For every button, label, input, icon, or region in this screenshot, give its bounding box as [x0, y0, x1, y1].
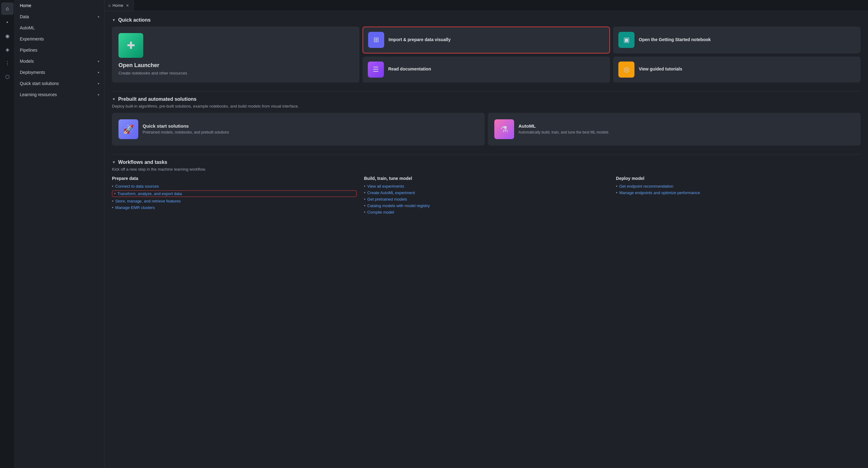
link-transform-data[interactable]: Transform, analyze, and export data [112, 191, 356, 197]
sidebar-item-experiments[interactable]: Experiments [15, 33, 104, 44]
sidebar-item-learning[interactable]: Learning resources ▾ [15, 89, 104, 100]
main-panel: ⌂ Home ✕ ▼ Quick actions ✚ Open Launcher… [104, 0, 868, 468]
data-nav-icon[interactable]: ▪ [1, 16, 13, 28]
prepare-data-title: Prepare data [112, 176, 356, 181]
close-tab-button[interactable]: ✕ [125, 3, 130, 8]
automl-title: AutoML [519, 123, 609, 129]
sidebar-item-quick-start[interactable]: Quick start solutions ▾ [15, 78, 104, 89]
import-data-card[interactable]: ⊞ Import & prepare data visually [363, 27, 610, 54]
launcher-subtitle: Create notebooks and other resources [119, 70, 187, 76]
workflows-header: ▼ Workflows and tasks [112, 160, 861, 165]
sidebar-item-automl[interactable]: AutoML [15, 22, 104, 33]
puzzle-nav-icon[interactable]: ⬡ [1, 70, 13, 83]
left-nav: Home Data ▾ AutoML Experiments Pipelines… [15, 0, 104, 468]
deploy-model-col: Deploy model Get endpoint recommendation… [616, 176, 861, 216]
deploy-model-title: Deploy model [616, 176, 861, 181]
sidebar-item-data[interactable]: Data ▾ [15, 11, 104, 22]
link-compile[interactable]: Compile model [364, 210, 609, 214]
quick-start-solution-card[interactable]: 🚀 Quick start solutions Pretrained model… [112, 113, 485, 145]
chevron-down-icon: ▾ [98, 82, 99, 85]
link-manage-endpoints[interactable]: Manage endpoints and optimize performanc… [616, 191, 861, 195]
link-create-automl[interactable]: Create AutoML experiment [364, 191, 609, 195]
quick-actions-section: ▼ Quick actions ✚ Open Launcher Create n… [112, 17, 861, 82]
build-train-col: Build, train, tune model View all experi… [364, 176, 609, 216]
link-endpoint-recommendation[interactable]: Get endpoint recommendation [616, 184, 861, 189]
sidebar-item-pipelines[interactable]: Pipelines [15, 44, 104, 56]
workflows-subtitle: Kick off a new step in the machine learn… [112, 167, 861, 172]
import-icon: ⊞ [368, 32, 384, 48]
sidebar-item-deployments[interactable]: Deployments ▾ [15, 67, 104, 78]
collapse-workflows-icon[interactable]: ▼ [112, 160, 116, 164]
prebuilt-subtitle: Deploy built-in algorithms, pre-built so… [112, 104, 861, 108]
automl-solution-card[interactable]: ⚗ AutoML Automatically build, train, and… [488, 113, 861, 145]
sidebar-item-home[interactable]: Home [15, 0, 104, 11]
chevron-down-icon: ▾ [98, 71, 99, 74]
prepare-data-col: Prepare data Connect to data sources Tra… [112, 176, 356, 216]
build-train-list: View all experiments Create AutoML exper… [364, 184, 609, 214]
chevron-down-icon: ▾ [98, 15, 99, 19]
solutions-grid: 🚀 Quick start solutions Pretrained model… [112, 113, 861, 145]
import-title: Import & prepare data visually [389, 37, 451, 42]
collapse-icon[interactable]: ▼ [112, 18, 116, 22]
link-view-experiments[interactable]: View all experiments [364, 184, 609, 189]
workflows-section: ▼ Workflows and tasks Kick off a new ste… [112, 160, 861, 216]
getting-started-card[interactable]: ▣ Open the Getting Started notebook [613, 27, 861, 54]
home-nav-icon[interactable]: ⌂ [1, 2, 13, 15]
workflows-grid: Prepare data Connect to data sources Tra… [112, 176, 861, 216]
docs-icon: ☰ [368, 62, 384, 77]
quick-actions-header: ▼ Quick actions [112, 17, 861, 23]
getting-started-title: Open the Getting Started notebook [639, 37, 711, 42]
open-launcher-card[interactable]: ✚ Open Launcher Create notebooks and oth… [112, 27, 360, 82]
build-train-title: Build, train, tune model [364, 176, 609, 181]
collapse-prebuilt-icon[interactable]: ▼ [112, 97, 116, 101]
divider-1 [112, 91, 861, 92]
launcher-title: Open Launcher [119, 62, 187, 69]
prebuilt-header: ▼ Prebuilt and automated solutions [112, 96, 861, 102]
tutorials-title: View guided tutorials [639, 66, 682, 71]
deploy-model-list: Get endpoint recommendation Manage endpo… [616, 184, 861, 195]
quick-start-title: Quick start solutions [143, 123, 229, 129]
prepare-data-list: Connect to data sources Transform, analy… [112, 184, 356, 210]
notebook-icon: ▣ [618, 32, 634, 48]
tutorials-card[interactable]: ◎ View guided tutorials [613, 57, 861, 83]
home-tab[interactable]: ⌂ Home ✕ [104, 0, 134, 11]
quick-start-desc: Pretrained models, notebooks, and prebui… [143, 130, 229, 135]
quick-actions-grid: ✚ Open Launcher Create notebooks and oth… [112, 27, 861, 82]
docs-title: Read documentation [388, 66, 431, 71]
content-area: ▼ Quick actions ✚ Open Launcher Create n… [104, 11, 868, 468]
icon-strip: ⌂ ▪ ◉ ◈ ⋮ ⬡ [0, 0, 15, 468]
chevron-down-icon: ▾ [98, 93, 99, 96]
automl-desc: Automatically build, train, and tune the… [519, 130, 609, 135]
link-pretrained[interactable]: Get pretrained models [364, 197, 609, 202]
link-store-features[interactable]: Store, manage, and retrieve features [112, 199, 356, 203]
code-nav-icon[interactable]: ◈ [1, 43, 13, 56]
automl-icon: ⚗ [494, 119, 514, 139]
link-model-registry[interactable]: Catalog models with model registry [364, 203, 609, 208]
home-tab-icon: ⌂ [108, 3, 111, 8]
quick-start-icon: 🚀 [119, 119, 138, 139]
tab-bar: ⌂ Home ✕ [104, 0, 868, 11]
pipelines-nav-icon[interactable]: ⋮ [1, 57, 13, 69]
sidebar-item-models[interactable]: Models ▾ [15, 56, 104, 67]
tutorials-icon: ◎ [618, 62, 634, 77]
chevron-down-icon: ▾ [98, 60, 99, 63]
launcher-icon: ✚ [119, 33, 143, 58]
read-docs-card[interactable]: ☰ Read documentation [363, 57, 610, 83]
automl-nav-icon[interactable]: ◉ [1, 30, 13, 42]
link-connect-data[interactable]: Connect to data sources [112, 184, 356, 189]
link-emr[interactable]: Manage EMR clusters [112, 205, 356, 210]
prebuilt-section: ▼ Prebuilt and automated solutions Deplo… [112, 96, 861, 145]
divider-2 [112, 154, 861, 155]
